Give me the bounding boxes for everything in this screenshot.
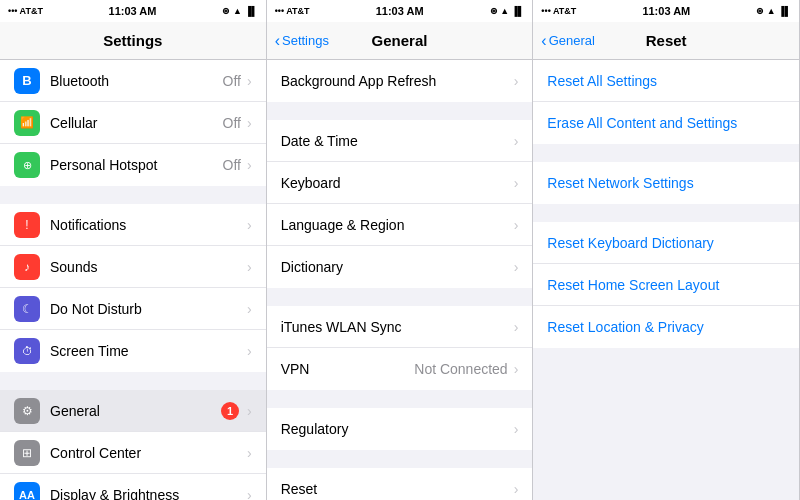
dnd-row[interactable]: ☾ Do Not Disturb › [0, 288, 266, 330]
status-bar-2: ••• AT&T 11:03 AM ⊛ ▲ ▐▌ [267, 0, 533, 22]
itunes-wlan-row[interactable]: iTunes WLAN Sync › [267, 306, 533, 348]
dnd-icon: ☾ [14, 296, 40, 322]
controlcenter-icon: ⊞ [14, 440, 40, 466]
datetime-label: Date & Time [281, 133, 514, 149]
hotspot-label: Personal Hotspot [50, 157, 223, 173]
dnd-label: Do Not Disturb [50, 301, 247, 317]
cellular-label: Cellular [50, 115, 223, 131]
cellular-row[interactable]: 📶 Cellular Off › [0, 102, 266, 144]
reset-misc-group: Reset Keyboard Dictionary Reset Home Scr… [533, 222, 799, 348]
background-group: Background App Refresh › [267, 60, 533, 102]
bluetooth-label: Bluetooth [50, 73, 223, 89]
datetime-row[interactable]: Date & Time › [267, 120, 533, 162]
reset-homescreen-row[interactable]: Reset Home Screen Layout [533, 264, 799, 306]
display-group: ⚙ General 1 › ⊞ Control Center › AA Disp… [0, 390, 266, 500]
hotspot-chevron: › [247, 157, 252, 173]
settings-panel: ••• AT&T 11:03 AM ⊛ ▲ ▐▌ Settings B Blue… [0, 0, 267, 500]
status-right-2: ⊛ ▲ ▐▌ [490, 6, 525, 16]
reset-network-label: Reset Network Settings [547, 175, 785, 191]
status-left-3: ••• AT&T [541, 6, 576, 16]
nav-bar-1: Settings [0, 22, 266, 60]
erase-all-label: Erase All Content and Settings [547, 115, 785, 131]
sounds-row[interactable]: ♪ Sounds › [0, 246, 266, 288]
back-chevron-3: ‹ [541, 32, 546, 50]
notifications-row[interactable]: ! Notifications › [0, 204, 266, 246]
background-app-refresh-label: Background App Refresh [281, 73, 514, 89]
erase-all-row[interactable]: Erase All Content and Settings [533, 102, 799, 144]
nav-title-1: Settings [103, 32, 162, 49]
bluetooth-row[interactable]: B Bluetooth Off › [0, 60, 266, 102]
language-region-label: Language & Region [281, 217, 514, 233]
connectivity-group: B Bluetooth Off › 📶 Cellular Off › ⊕ Per… [0, 60, 266, 186]
hotspot-row[interactable]: ⊕ Personal Hotspot Off › [0, 144, 266, 186]
vpn-value: Not Connected [414, 361, 507, 377]
reset-row[interactable]: Reset › [267, 468, 533, 500]
dictionary-chevron: › [514, 259, 519, 275]
cellular-value: Off [223, 115, 241, 131]
signal-icon-1: ⊛ [222, 6, 230, 16]
background-app-refresh-chevron: › [514, 73, 519, 89]
reset-keyboard-label: Reset Keyboard Dictionary [547, 235, 785, 251]
general-chevron: › [247, 403, 252, 419]
language-region-row[interactable]: Language & Region › [267, 204, 533, 246]
controlcenter-row[interactable]: ⊞ Control Center › [0, 432, 266, 474]
screentime-icon: ⏱ [14, 338, 40, 364]
itunes-group: iTunes WLAN Sync › VPN Not Connected › [267, 306, 533, 390]
reset-homescreen-label: Reset Home Screen Layout [547, 277, 785, 293]
reset-group: Reset › [267, 468, 533, 500]
sounds-chevron: › [247, 259, 252, 275]
wifi-icon-1: ▲ [233, 6, 242, 16]
status-left-2: ••• AT&T [275, 6, 310, 16]
notifications-chevron: › [247, 217, 252, 233]
notifications-icon: ! [14, 212, 40, 238]
datetime-chevron: › [514, 133, 519, 149]
reset-panel: ••• AT&T 11:03 AM ⊛ ▲ ▐▌ ‹ General Reset… [533, 0, 800, 500]
reset-keyboard-row[interactable]: Reset Keyboard Dictionary [533, 222, 799, 264]
keyboard-row[interactable]: Keyboard › [267, 162, 533, 204]
reset-all-settings-row[interactable]: Reset All Settings [533, 60, 799, 102]
sounds-label: Sounds [50, 259, 247, 275]
screentime-label: Screen Time [50, 343, 247, 359]
regulatory-group: Regulatory › [267, 408, 533, 450]
regulatory-row[interactable]: Regulatory › [267, 408, 533, 450]
vpn-label: VPN [281, 361, 415, 377]
displaybrightness-row[interactable]: AA Display & Brightness › [0, 474, 266, 500]
back-label-2: Settings [282, 33, 329, 48]
keyboard-chevron: › [514, 175, 519, 191]
background-app-refresh-row[interactable]: Background App Refresh › [267, 60, 533, 102]
hotspot-value: Off [223, 157, 241, 173]
dictionary-label: Dictionary [281, 259, 514, 275]
nav-title-2: General [372, 32, 428, 49]
locale-group: Date & Time › Keyboard › Language & Regi… [267, 120, 533, 288]
time-3: 11:03 AM [642, 5, 690, 17]
cellular-chevron: › [247, 115, 252, 131]
nav-bar-2: ‹ Settings General [267, 22, 533, 60]
general-row[interactable]: ⚙ General 1 › [0, 390, 266, 432]
regulatory-label: Regulatory [281, 421, 514, 437]
notifications-label: Notifications [50, 217, 247, 233]
time-1: 11:03 AM [109, 5, 157, 17]
cellular-icon: 📶 [14, 110, 40, 136]
displaybrightness-icon: AA [14, 482, 40, 501]
screentime-row[interactable]: ⏱ Screen Time › [0, 330, 266, 372]
general-badge: 1 [221, 402, 239, 420]
nav-bar-3: ‹ General Reset [533, 22, 799, 60]
nav-title-3: Reset [646, 32, 687, 49]
screentime-chevron: › [247, 343, 252, 359]
reset-label: Reset [281, 481, 514, 497]
reset-network-row[interactable]: Reset Network Settings [533, 162, 799, 204]
itunes-wlan-label: iTunes WLAN Sync [281, 319, 514, 335]
reset-location-row[interactable]: Reset Location & Privacy [533, 306, 799, 348]
back-label-3: General [549, 33, 595, 48]
nav-back-3[interactable]: ‹ General [541, 32, 595, 50]
vpn-row[interactable]: VPN Not Connected › [267, 348, 533, 390]
controlcenter-label: Control Center [50, 445, 247, 461]
nav-back-2[interactable]: ‹ Settings [275, 32, 329, 50]
reset-location-label: Reset Location & Privacy [547, 319, 785, 335]
hotspot-icon: ⊕ [14, 152, 40, 178]
keyboard-label: Keyboard [281, 175, 514, 191]
displaybrightness-chevron: › [247, 487, 252, 501]
notifications-group: ! Notifications › ♪ Sounds › ☾ Do Not Di… [0, 204, 266, 372]
reset-network-group: Reset Network Settings [533, 162, 799, 204]
dictionary-row[interactable]: Dictionary › [267, 246, 533, 288]
